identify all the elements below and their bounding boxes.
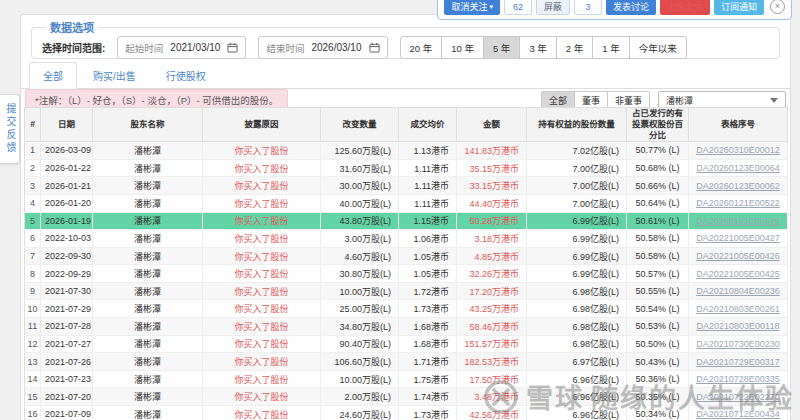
cell-amount: 50.28万港币 bbox=[457, 212, 527, 230]
year-range-button[interactable]: 5 年 bbox=[483, 36, 520, 59]
form-number-link[interactable]: DA20221005E00426 bbox=[696, 251, 780, 261]
end-date-picker[interactable]: 结束时间 2026/03/10 bbox=[258, 36, 387, 59]
cell-amount: 35.15万港币 bbox=[457, 159, 527, 177]
cell-idx: 1 bbox=[25, 142, 41, 160]
table-row[interactable]: 102021-07-29潘彬潭你买入了股份25.00万股(L)1.73港币43.… bbox=[25, 300, 788, 318]
cell-reason: 你买入了股份 bbox=[203, 212, 321, 230]
block-count-badge: 3 bbox=[574, 0, 602, 15]
close-icon[interactable]: × bbox=[770, 0, 785, 14]
cell-idx: 10 bbox=[25, 300, 41, 318]
disclosure-table: #日期股东名称披露原因改变数量成交均价金额持有权益的股份数量占已发行的有投票权股… bbox=[24, 107, 788, 420]
end-date-value[interactable]: 2026/03/10 bbox=[311, 42, 361, 53]
form-number-link[interactable]: DA20260310E00012 bbox=[696, 145, 780, 155]
year-range-button[interactable]: 2 年 bbox=[556, 36, 593, 59]
cell-amount: 151.57万港币 bbox=[457, 335, 527, 353]
form-number-link[interactable]: DA20260123E00062 bbox=[696, 181, 780, 191]
cell-amount: 17.20万港币 bbox=[457, 282, 527, 300]
table-row[interactable]: 142021-07-23潘彬潭你买入了股份10.00万股(L)1.75港币17.… bbox=[25, 370, 788, 388]
cell-percent: 50.53% (L) bbox=[627, 318, 689, 336]
cell-idx: 16 bbox=[25, 406, 41, 420]
form-number-link[interactable]: DA20260123E00064 bbox=[696, 163, 780, 173]
upload-file-button[interactable]: 上传文件 bbox=[660, 0, 710, 15]
form-number-link[interactable]: DA20260121E00519 bbox=[696, 216, 780, 226]
year-range-button[interactable]: 20 年 bbox=[400, 36, 443, 59]
start-date-picker[interactable]: 起始时间 2021/03/10 bbox=[117, 36, 246, 59]
form-number-link[interactable]: DA20221005E00425 bbox=[696, 269, 780, 279]
form-number-link[interactable]: DA20210804E00236 bbox=[696, 286, 780, 296]
table-row[interactable]: 72022-09-30潘彬潭你买入了股份4.60万股(L)1.05港币4.85万… bbox=[25, 247, 788, 265]
cell-amount: 141.83万港币 bbox=[457, 142, 527, 160]
subscribe-button[interactable]: 订阅通知 bbox=[714, 0, 764, 15]
table-row[interactable]: 22026-01-22潘彬潭你买入了股份31.60万股(L)1.11港币35.1… bbox=[25, 159, 788, 177]
unfollow-button[interactable]: 取消关注 ▾ bbox=[444, 0, 500, 15]
table-row[interactable]: 162021-07-09潘彬潭你买入了股份24.60万股(L)1.73港币42.… bbox=[25, 406, 788, 420]
block-button[interactable]: 屏蔽 bbox=[536, 0, 570, 15]
cell-holding: 6.98亿股(L) bbox=[527, 282, 627, 300]
table-row[interactable]: 92021-07-30潘彬潭你买入了股份10.00万股(L)1.72港币17.2… bbox=[25, 282, 788, 300]
table-row[interactable]: 32026-01-21潘彬潭你买入了股份30.00万股(L)1.11港币33.1… bbox=[25, 177, 788, 195]
start-date-value[interactable]: 2021/03/10 bbox=[170, 42, 220, 53]
form-number-link[interactable]: DA20260121E00522 bbox=[696, 198, 780, 208]
cell-reason: 你买入了股份 bbox=[203, 300, 321, 318]
column-header: 金额 bbox=[457, 108, 527, 142]
table-row-highlighted[interactable]: 52026-01-19潘彬潭你买入了股份43.80万股(L)1.15港币50.2… bbox=[25, 212, 788, 230]
form-number-link[interactable]: DA20210803E00261 bbox=[696, 304, 780, 314]
cell-price: 1.72港币 bbox=[399, 282, 457, 300]
table-row[interactable]: 12026-03-09潘彬潭你买入了股份125.60万股(L)1.13港币141… bbox=[25, 142, 788, 160]
table-row[interactable]: 62022-10-03潘彬潭你买入了股份3.00万股(L)1.06港币3.18万… bbox=[25, 230, 788, 248]
submit-feedback-tab[interactable]: 提交反馈 bbox=[0, 94, 20, 164]
cell-price: 1.11港币 bbox=[399, 177, 457, 195]
cell-change: 10.00万股(L) bbox=[321, 282, 399, 300]
table-row[interactable]: 152021-07-20潘彬潭你买入了股份2.00万股(L)1.74港币3.48… bbox=[25, 388, 788, 406]
table-row[interactable]: 82022-09-29潘彬潭你买入了股份30.80万股(L)1.05港币32.2… bbox=[25, 265, 788, 283]
form-number-link[interactable]: DA20210728E00335 bbox=[696, 374, 780, 384]
shareholder-select-value: 潘彬潭 bbox=[666, 94, 693, 107]
cell-date: 2022-10-03 bbox=[41, 230, 93, 248]
cell-holding: 6.97亿股(L) bbox=[527, 353, 627, 371]
table-row[interactable]: 132021-07-26潘彬潭你买入了股份106.60万股(L)1.71港币18… bbox=[25, 353, 788, 371]
cell-percent: 50.55% (L) bbox=[627, 282, 689, 300]
cell-holder: 潘彬潭 bbox=[93, 406, 203, 420]
cell-price: 1.75港币 bbox=[399, 370, 457, 388]
cell-price: 1.74港币 bbox=[399, 388, 457, 406]
table-body: 12026-03-09潘彬潭你买入了股份125.60万股(L)1.13港币141… bbox=[25, 142, 788, 420]
tab-item[interactable]: 购买/出售 bbox=[79, 62, 150, 89]
cell-holding: 6.96亿股(L) bbox=[527, 406, 627, 420]
cell-change: 90.40万股(L) bbox=[321, 335, 399, 353]
cell-date: 2026-01-21 bbox=[41, 177, 93, 195]
form-number-link[interactable]: DA20210712E00434 bbox=[696, 409, 780, 419]
year-range-button[interactable]: 3 年 bbox=[519, 36, 556, 59]
form-number-link[interactable]: DA20210803E00118 bbox=[697, 321, 780, 331]
post-discussion-button[interactable]: 发表讨论 bbox=[606, 0, 656, 15]
year-range-button[interactable]: 10 年 bbox=[441, 36, 484, 59]
tab-active[interactable]: 全部 bbox=[29, 62, 77, 89]
cell-date: 2021-07-28 bbox=[41, 318, 93, 336]
cell-holder: 潘彬潭 bbox=[93, 335, 203, 353]
column-header: 改变数量 bbox=[321, 108, 399, 142]
form-number-link[interactable]: DA20221005E00427 bbox=[696, 233, 780, 243]
cell-form: DA20210722E02270 bbox=[689, 388, 788, 406]
cell-change: 2.00万股(L) bbox=[321, 388, 399, 406]
year-range-button[interactable]: 1 年 bbox=[592, 36, 629, 59]
form-number-link[interactable]: DA20210729E00317 bbox=[696, 357, 780, 367]
cell-percent: 50.36% (L) bbox=[627, 370, 689, 388]
cell-holding: 7.00亿股(L) bbox=[527, 194, 627, 212]
year-range-button[interactable]: 今年以来 bbox=[629, 36, 687, 59]
cell-percent: 50.34% (L) bbox=[627, 406, 689, 420]
cell-change: 31.60万股(L) bbox=[321, 159, 399, 177]
form-number-link[interactable]: DA20210730E00230 bbox=[696, 339, 780, 349]
tab-item[interactable]: 行使股权 bbox=[152, 62, 220, 89]
table-row[interactable]: 122021-07-27潘彬潭你买入了股份90.40万股(L)1.68港币151… bbox=[25, 335, 788, 353]
cell-idx: 7 bbox=[25, 247, 41, 265]
table-row[interactable]: 112021-07-28潘彬潭你买入了股份34.80万股(L)1.68港币58.… bbox=[25, 318, 788, 336]
calendar-icon[interactable] bbox=[369, 42, 380, 53]
cell-holding: 6.98亿股(L) bbox=[527, 300, 627, 318]
cell-change: 43.80万股(L) bbox=[321, 212, 399, 230]
table-row[interactable]: 42026-01-20潘彬潭你买入了股份40.00万股(L)1.11港币44.4… bbox=[25, 194, 788, 212]
cell-holder: 潘彬潭 bbox=[93, 300, 203, 318]
calendar-icon[interactable] bbox=[227, 42, 238, 53]
cell-percent: 50.58% (L) bbox=[627, 230, 689, 248]
chevron-down-icon bbox=[770, 98, 778, 103]
form-number-link[interactable]: DA20210722E02270 bbox=[696, 392, 780, 402]
cell-idx: 4 bbox=[25, 194, 41, 212]
